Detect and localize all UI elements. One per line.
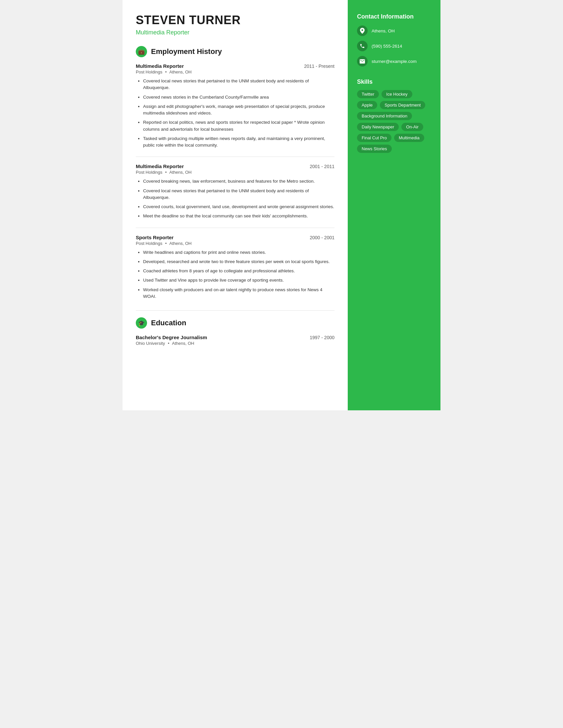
edu-dates-0: 1997 - 2000 — [310, 335, 335, 340]
job-role-1: Multimedia Reporter — [136, 163, 184, 169]
job-dates-1: 2001 - 2011 — [310, 164, 335, 169]
job-header-0: Multimedia Reporter2011 - Present — [136, 63, 335, 69]
employment-icon: 💼 — [136, 46, 147, 57]
contact-email-text: sturner@example.com — [372, 59, 417, 64]
skill-tag-0: Twitter — [357, 90, 379, 98]
skill-tag-2: Apple — [357, 101, 377, 109]
email-icon — [357, 56, 368, 67]
job-dates-0: 2011 - Present — [304, 64, 335, 69]
job-entry-0: Multimedia Reporter2011 - PresentPost Ho… — [136, 63, 335, 149]
education-header: 🎓 Education — [136, 317, 335, 329]
contact-section-title: Contact Information — [357, 13, 431, 20]
location-icon — [357, 25, 368, 36]
education-section: 🎓 Education Bachelor's Degree Journalism… — [136, 317, 335, 346]
job-bullet-2-4: Worked closely with producers and on-air… — [143, 287, 335, 300]
skills-tags: TwitterIce HockeyAppleSports DepartmentB… — [357, 90, 431, 153]
employment-title: Employment History — [151, 47, 222, 56]
edu-entry-0: Bachelor's Degree Journalism1997 - 2000O… — [136, 335, 335, 346]
job-bullet-1-1: Covered local news stories that pertaine… — [143, 188, 335, 201]
skill-tag-1: Ice Hockey — [382, 90, 412, 98]
job-entry-2: Sports Reporter2000 - 2001Post Holdings … — [136, 235, 335, 300]
job-bullet-2-0: Write headlines and captions for print a… — [143, 249, 335, 256]
job-company-0: Post Holdings • Athens, OH — [136, 69, 335, 74]
job-header-1: Multimedia Reporter2001 - 2011 — [136, 163, 335, 169]
job-bullets-2: Write headlines and captions for print a… — [136, 249, 335, 300]
job-bullet-0-0: Covered local news stories that pertaine… — [143, 78, 335, 91]
resume-job-title: Multimedia Reporter — [136, 29, 335, 36]
job-company-1: Post Holdings • Athens, OH — [136, 170, 335, 175]
phone-icon — [357, 41, 368, 51]
skill-tag-9: News Stories — [357, 145, 392, 153]
job-bullet-0-2: Assign and edit photographer's work, man… — [143, 103, 335, 117]
skill-tag-8: Multimedia — [394, 134, 424, 142]
job-dates-2: 2000 - 2001 — [310, 235, 335, 240]
job-header-2: Sports Reporter2000 - 2001 — [136, 235, 335, 240]
job-bullet-1-3: Meet the deadline so that the local comm… — [143, 213, 335, 219]
skill-tag-5: Daily Newspaper — [357, 123, 399, 131]
skills-title: Skills — [357, 78, 431, 85]
edu-degree-0: Bachelor's Degree Journalism — [136, 335, 207, 340]
skill-tag-6: On-Air — [401, 123, 423, 131]
job-bullet-2-2: Coached athletes from 8 years of age to … — [143, 268, 335, 274]
job-bullet-2-3: Used Twitter and Vine apps to provide li… — [143, 277, 335, 284]
job-entry-1: Multimedia Reporter2001 - 2011Post Holdi… — [136, 163, 335, 219]
right-sidebar: Contact Information Athens, OH (590) 555… — [348, 0, 441, 410]
skill-tag-7: Final Cut Pro — [357, 134, 392, 142]
job-bullet-0-1: Covered news stories in the Cumberland C… — [143, 94, 335, 101]
education-icon: 🎓 — [136, 317, 147, 329]
employment-header: 💼 Employment History — [136, 46, 335, 57]
job-bullet-0-4: Tasked with producing multiple written n… — [143, 135, 335, 149]
job-bullet-1-2: Covered courts, local government, land u… — [143, 204, 335, 210]
edu-institution-0: Ohio University • Athens, OH — [136, 341, 335, 346]
skills-section: Skills TwitterIce HockeyAppleSports Depa… — [357, 78, 431, 153]
job-bullets-1: Covered breaking news, law enforcement, … — [136, 178, 335, 219]
jobs-container: Multimedia Reporter2011 - PresentPost Ho… — [136, 63, 335, 300]
job-role-0: Multimedia Reporter — [136, 63, 184, 69]
contact-email: sturner@example.com — [357, 56, 431, 67]
edu-header-0: Bachelor's Degree Journalism1997 - 2000 — [136, 335, 335, 340]
skill-tag-4: Background Information — [357, 112, 412, 120]
education-title: Education — [151, 319, 186, 327]
employment-section: 💼 Employment History Multimedia Reporter… — [136, 46, 335, 300]
resume-name: STEVEN TURNER — [136, 13, 335, 27]
job-bullet-1-0: Covered breaking news, law enforcement, … — [143, 178, 335, 185]
edu-container: Bachelor's Degree Journalism1997 - 2000O… — [136, 335, 335, 346]
job-bullet-0-3: Reported on local politics, news and spo… — [143, 119, 335, 133]
contact-location: Athens, OH — [357, 25, 431, 36]
contact-location-text: Athens, OH — [372, 28, 395, 33]
contact-phone-text: (590) 555-2614 — [372, 44, 402, 49]
job-bullets-0: Covered local news stories that pertaine… — [136, 78, 335, 149]
job-role-2: Sports Reporter — [136, 235, 173, 240]
job-bullet-2-1: Developed, researched and wrote two to t… — [143, 258, 335, 265]
job-company-2: Post Holdings • Athens, OH — [136, 241, 335, 246]
contact-phone: (590) 555-2614 — [357, 41, 431, 51]
skill-tag-3: Sports Department — [380, 101, 425, 109]
